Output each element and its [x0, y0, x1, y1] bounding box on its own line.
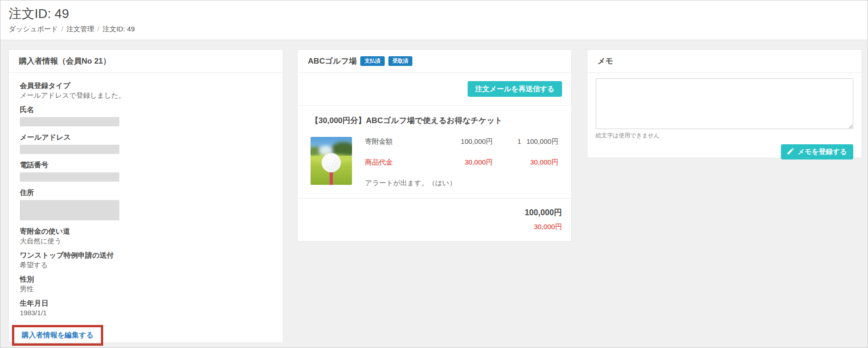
- status-badge-paid: 支払済: [360, 56, 385, 66]
- field-email: メールアドレス: [20, 132, 272, 154]
- price-row-unit-price: 30,000円: [423, 158, 493, 178]
- product-image: [311, 137, 352, 185]
- edit-buyer-info-link[interactable]: 購入者情報を編集する: [22, 331, 94, 339]
- register-memo-button[interactable]: メモを登録する: [781, 144, 853, 159]
- field-value: 希望する: [20, 260, 272, 270]
- breadcrumb-current: 注文ID: 49: [102, 25, 135, 33]
- content-columns: 購入者情報（会員No 21） 会員登録タイプ メールアドレスで登録しました。 氏…: [0, 40, 868, 343]
- field-label: 性別: [20, 274, 272, 284]
- field-onestop-application: ワンストップ特例申請の送付 希望する: [20, 250, 272, 270]
- field-gender: 性別 男性: [20, 274, 272, 294]
- product-row: 寄附金額 100,000円 1 100,000円 商品代金 30,000円 30…: [311, 137, 558, 188]
- memo-panel-title: メモ: [587, 50, 862, 73]
- breadcrumb-order-management[interactable]: 注文管理: [66, 25, 94, 33]
- field-phone: 電話番号: [20, 160, 272, 182]
- price-row-label: 寄附金額: [365, 137, 423, 158]
- order-panel: ABCゴルフ場 支払済 受取済 注文メールを再送信する 【30,000円分】AB…: [297, 49, 571, 242]
- field-label: 生年月日: [20, 298, 272, 308]
- breadcrumb-separator: /: [58, 25, 66, 33]
- price-row-quantity: 1: [493, 137, 521, 158]
- price-row-unit-price: 100,000円: [423, 137, 493, 158]
- memo-textarea[interactable]: [596, 78, 853, 129]
- redacted-value-box: [20, 145, 119, 154]
- price-row-label: 商品代金: [365, 158, 423, 178]
- field-value: メールアドレスで登録しました。: [20, 90, 272, 100]
- field-label: ワンストップ特例申請の送付: [20, 250, 272, 260]
- price-row-amount: 100,000円: [521, 137, 558, 158]
- field-donation-use: 寄附金の使い道 大自然に使う: [20, 226, 272, 246]
- order-detail-page: 注文ID: 49 ダッシュボード/注文管理/注文ID: 49 購入者情報（会員N…: [0, 0, 868, 348]
- status-badge-received: 受取済: [388, 56, 413, 66]
- product-total: 30,000円: [307, 222, 562, 231]
- field-value: 大自然に使う: [20, 236, 272, 246]
- annotation-highlight-box: 購入者情報を編集する: [12, 325, 103, 346]
- product-section: 【30,000円分】ABCゴルフ場で使えるお得なチケット: [298, 106, 571, 199]
- redacted-value-box: [20, 172, 119, 182]
- field-address: 住所: [20, 188, 272, 220]
- order-panel-header: ABCゴルフ場 支払済 受取済: [298, 50, 571, 73]
- price-row-amount: 30,000円: [521, 158, 558, 178]
- field-label: 会員登録タイプ: [20, 81, 272, 90]
- product-alert-note: アラートが出ます。（はい）: [365, 178, 558, 188]
- shop-name: ABCゴルフ場: [308, 56, 357, 66]
- memo-button-row: メモを登録する: [596, 144, 853, 159]
- buyer-info-panel: 購入者情報（会員No 21） 会員登録タイプ メールアドレスで登録しました。 氏…: [8, 49, 283, 343]
- field-value: 男性: [20, 284, 272, 294]
- register-memo-label: メモを登録する: [798, 147, 847, 156]
- product-price-table: 寄附金額 100,000円 1 100,000円 商品代金 30,000円 30…: [365, 137, 558, 188]
- resend-mail-row: 注文メールを再送信する: [298, 73, 571, 106]
- buyer-panel-title: 購入者情報（会員No 21）: [9, 50, 283, 73]
- price-row-quantity: [493, 158, 521, 178]
- field-label: 寄附金の使い道: [20, 226, 272, 236]
- breadcrumb: ダッシュボード/注文管理/注文ID: 49: [9, 25, 858, 34]
- field-registration-type: 会員登録タイプ メールアドレスで登録しました。: [20, 81, 272, 100]
- golf-ball-illustration: [311, 137, 352, 185]
- field-name: 氏名: [20, 105, 272, 126]
- buyer-panel-body: 会員登録タイプ メールアドレスで登録しました。 氏名 メールアドレス 電話番号 …: [9, 73, 283, 346]
- redacted-value-box: [20, 200, 119, 220]
- breadcrumb-separator: /: [94, 25, 102, 33]
- field-label: 住所: [20, 188, 272, 197]
- field-label: メールアドレス: [20, 132, 272, 142]
- pencil-icon: [787, 148, 794, 156]
- field-birthdate: 生年月日 1983/1/1: [20, 298, 272, 318]
- product-title: 【30,000円分】ABCゴルフ場で使えるお得なチケット: [311, 116, 558, 126]
- memo-emoji-note: 絵文字は使用できません: [596, 132, 853, 140]
- field-label: 電話番号: [20, 160, 272, 170]
- breadcrumb-dashboard[interactable]: ダッシュボード: [9, 25, 58, 33]
- page-header: 注文ID: 49 ダッシュボード/注文管理/注文ID: 49: [0, 0, 868, 40]
- page-title: 注文ID: 49: [9, 6, 858, 22]
- memo-panel-body: 絵文字は使用できません メモを登録する: [587, 73, 862, 159]
- order-totals: 100,000円 30,000円: [298, 199, 571, 242]
- field-label: 氏名: [20, 105, 272, 114]
- donation-total: 100,000円: [307, 207, 562, 218]
- resend-order-mail-button[interactable]: 注文メールを再送信する: [468, 81, 562, 97]
- field-value: 1983/1/1: [20, 308, 272, 318]
- memo-panel: メモ 絵文字は使用できません メモを登録する: [587, 49, 862, 158]
- redacted-value-box: [20, 117, 119, 126]
